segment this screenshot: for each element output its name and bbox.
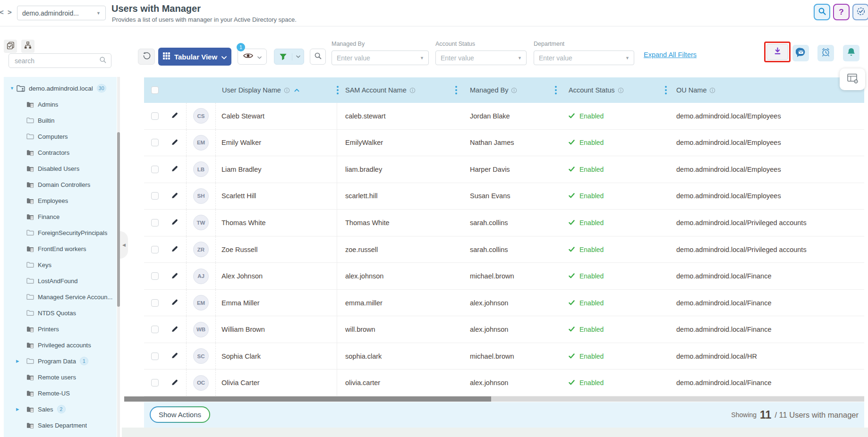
sidebar-scrollbar-thumb[interactable] — [117, 132, 120, 307]
horizontal-scrollbar-thumb[interactable] — [124, 396, 491, 402]
tree-item[interactable]: Employees — [4, 193, 117, 209]
show-actions-button[interactable]: Show Actions — [150, 406, 210, 423]
edit-pencil-icon[interactable] — [171, 352, 179, 361]
department-filter-input[interactable] — [534, 54, 634, 62]
domain-scope-dropdown[interactable]: demo.admindroid... ▼ — [17, 6, 106, 20]
status-text: Enabled — [579, 192, 604, 200]
info-icon[interactable] — [284, 87, 290, 93]
column-chooser-button[interactable] — [840, 68, 865, 90]
tree-item[interactable]: LostAndFound — [4, 273, 117, 289]
row-checkbox[interactable] — [151, 139, 159, 146]
tree-item[interactable]: Remote-US — [4, 385, 117, 401]
row-checkbox[interactable] — [151, 379, 159, 387]
export-download-button[interactable] — [766, 44, 788, 60]
select-all-checkbox[interactable] — [151, 86, 159, 94]
expand-all-filters-link[interactable]: Expand All Filters — [644, 51, 697, 59]
tree-item[interactable]: Remote users — [4, 369, 117, 385]
tree-item[interactable]: Privileged accounts — [4, 337, 117, 353]
chevron-left-icon: ◀ — [122, 243, 126, 247]
column-header-ou-name[interactable]: OU Name — [665, 77, 864, 103]
avatar: CS — [193, 108, 209, 124]
edit-pencil-icon[interactable] — [171, 218, 179, 227]
tree-item[interactable]: Sales Department — [4, 417, 117, 433]
column-drag-handle-icon[interactable] — [337, 86, 339, 94]
tree-item[interactable]: Managed Service Accoun... — [4, 289, 117, 305]
nav-forward-icon[interactable]: > — [8, 8, 12, 16]
info-icon[interactable] — [409, 87, 416, 93]
edit-pencil-icon[interactable] — [171, 325, 179, 334]
tree-item[interactable]: Finance — [4, 209, 117, 225]
tree-item[interactable]: ▶ Sales 2 — [4, 401, 117, 417]
column-header-sam-account-name[interactable]: SAM Account Name — [337, 77, 456, 103]
tree-item[interactable]: NTDS Quotas — [4, 305, 117, 321]
quick-search-button[interactable] — [310, 49, 326, 65]
global-search-button[interactable] — [814, 4, 830, 20]
edit-pencil-icon[interactable] — [171, 245, 179, 254]
row-checkbox[interactable] — [151, 326, 159, 333]
column-drag-handle-icon[interactable] — [665, 86, 667, 94]
row-edit-cell — [163, 316, 187, 343]
tree-item[interactable]: Disabled Users — [4, 160, 117, 176]
tree-root-node[interactable]: ▼ demo.admindroid.local 30 — [4, 80, 117, 96]
row-checkbox[interactable] — [151, 246, 159, 253]
account-status-filter-input[interactable] — [436, 54, 526, 62]
refresh-button[interactable] — [138, 49, 155, 65]
row-checkbox[interactable] — [151, 353, 159, 360]
report-select-button[interactable] — [4, 40, 17, 53]
tree-item[interactable]: Admins — [4, 96, 117, 112]
filter-button[interactable] — [274, 49, 304, 65]
edit-pencil-icon[interactable] — [171, 272, 179, 281]
tree-item[interactable]: ▶ Program Data 1 — [4, 353, 117, 369]
column-label: OU Name — [676, 86, 706, 94]
cell-managed-by: michael.brown — [456, 263, 555, 289]
chevron-down-icon — [257, 52, 262, 61]
tree-item[interactable]: ForeignSecurityPrincipals — [4, 225, 117, 241]
expand-arrow-icon[interactable]: ▶ — [16, 407, 19, 412]
edit-pencil-icon[interactable] — [171, 192, 179, 201]
tree-item[interactable]: Domain Controllers — [4, 176, 117, 193]
tree-item[interactable]: Keys — [4, 257, 117, 273]
row-checkbox[interactable] — [151, 112, 159, 120]
sidebar-collapse-handle[interactable]: ◀ — [120, 231, 128, 259]
edit-pencil-icon[interactable] — [171, 298, 179, 307]
help-button[interactable]: ? — [833, 4, 850, 20]
tree-item[interactable]: Computers — [4, 128, 117, 144]
info-icon[interactable] — [709, 87, 715, 93]
tree-item-label: Keys — [38, 261, 51, 269]
tree-search-input[interactable] — [9, 57, 99, 65]
filter-field-account-status: Account Status ▼ — [435, 41, 527, 65]
info-icon[interactable] — [511, 87, 517, 93]
column-drag-handle-icon[interactable] — [455, 86, 457, 94]
edit-pencil-icon[interactable] — [171, 111, 179, 120]
column-header-managed-by[interactable]: Managed By — [456, 77, 555, 103]
edit-pencil-icon[interactable] — [171, 165, 179, 174]
column-header-account-status[interactable]: Account Status — [555, 77, 665, 103]
tree-item[interactable]: Contractors — [4, 144, 117, 160]
email-report-button[interactable] — [792, 45, 809, 61]
alerts-button[interactable] — [843, 45, 859, 61]
row-checkbox[interactable] — [151, 272, 159, 280]
row-checkbox[interactable] — [151, 299, 159, 307]
tree-item[interactable]: FrontEnd workers — [4, 241, 117, 257]
tree-item[interactable]: Printers — [4, 321, 117, 337]
column-header-user-display-name[interactable]: User Display Name — [216, 77, 337, 103]
column-drag-handle-icon[interactable] — [555, 86, 557, 94]
info-icon[interactable] — [618, 87, 624, 93]
expand-arrow-icon[interactable]: ▼ — [10, 86, 17, 91]
managed-by-filter-input[interactable] — [332, 54, 428, 62]
cell-account-status: Enabled — [555, 130, 665, 156]
expand-arrow-icon[interactable]: ▶ — [16, 359, 19, 363]
tree-item[interactable]: Builtin — [4, 112, 117, 128]
nav-back-icon[interactable]: < — [0, 8, 4, 16]
row-checkbox[interactable] — [151, 219, 159, 227]
row-checkbox[interactable] — [151, 166, 159, 173]
scheduled-tasks-button[interactable] — [852, 4, 868, 20]
row-checkbox[interactable] — [151, 192, 159, 200]
schedule-report-button[interactable] — [817, 45, 834, 61]
row-avatar-cell: ZR — [187, 236, 216, 263]
edit-pencil-icon[interactable] — [171, 138, 179, 147]
edit-pencil-icon[interactable] — [171, 378, 179, 387]
hierarchy-view-button[interactable] — [21, 40, 34, 53]
sort-ascending-icon[interactable] — [294, 88, 299, 92]
view-mode-button[interactable]: Tabular View — [158, 48, 231, 66]
